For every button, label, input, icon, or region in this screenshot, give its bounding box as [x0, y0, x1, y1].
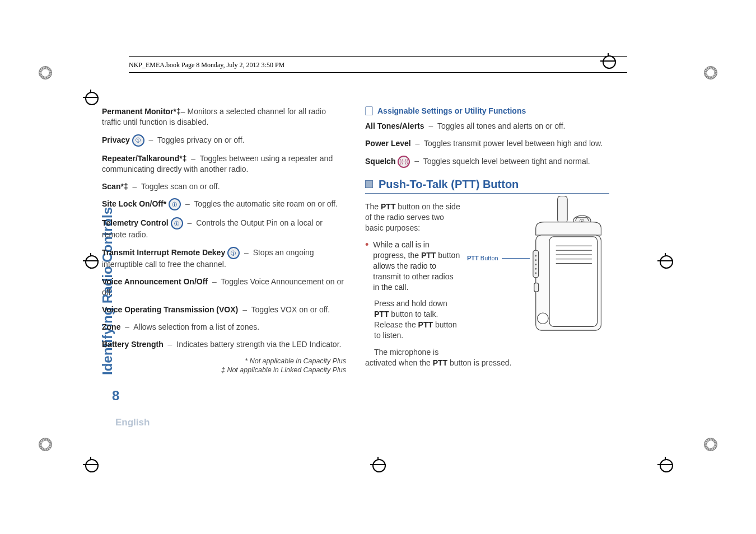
separator: –: [123, 322, 132, 331]
svg-point-15: [535, 272, 536, 274]
print-registration-mark: [39, 438, 52, 451]
feature-label: Transmit Interrupt Remote Dekey: [102, 248, 225, 257]
feature-desc: Toggles the automatic site roam on or of…: [194, 199, 338, 208]
print-crosshair-mark: [83, 90, 99, 105]
separator: –: [185, 218, 194, 227]
setting-desc: Toggles all tones and alerts on or off.: [437, 121, 566, 130]
feature-zone: Zone – Allows selection from a list of z…: [102, 322, 346, 332]
ptt-figure: PTT Button ⦿: [467, 202, 609, 358]
site-lock-icon: 🛈: [169, 198, 181, 210]
separator: –: [412, 156, 421, 165]
feature-battery-strength: Battery Strength – Indicates battery str…: [102, 339, 346, 350]
tx-interrupt-icon: 🛈: [227, 247, 240, 259]
feature-desc: Indicates battery strength via the LED I…: [176, 340, 341, 349]
svg-point-17: [538, 313, 548, 324]
ptt-block: The PTT button on the side of the radio …: [365, 202, 609, 358]
feature-label: Battery Strength: [102, 340, 164, 349]
ptt-heading: Push-To-Talk (PTT) Button: [379, 178, 519, 191]
feature-permanent-monitor: Permanent Monitor*‡– Monitors a selected…: [102, 106, 346, 128]
separator: –: [242, 248, 251, 257]
left-column: Permanent Monitor*‡– Monitors a selected…: [102, 106, 346, 409]
ptt-bullet-1: • While a call is in progress, the PTT b…: [365, 240, 460, 292]
settings-subheading: Assignable Settings or Utility Functions: [365, 106, 609, 115]
page-header-rule: NKP_EMEA.book Page 8 Monday, July 2, 201…: [129, 56, 627, 69]
note-icon: [365, 106, 373, 115]
setting-label: All Tones/Alerts: [365, 121, 424, 130]
svg-point-12: [535, 259, 536, 261]
print-registration-mark: [39, 66, 52, 79]
feature-privacy: Privacy 🛈 – Toggles privacy on or off.: [102, 134, 346, 147]
heading-rule: [365, 193, 609, 194]
feature-vox: Voice Operating Transmission (VOX) – Tog…: [102, 305, 346, 315]
svg-rect-0: [558, 196, 567, 223]
feature-label: Voice Announcement On/Off: [102, 277, 208, 286]
bullet-dot-icon: •: [365, 240, 368, 292]
privacy-icon: 🛈: [132, 134, 144, 147]
setting-label: Power Level: [365, 139, 411, 148]
right-column: Assignable Settings or Utility Functions…: [365, 106, 609, 409]
setting-squelch: Squelch ((·)) – Toggles squelch level be…: [365, 156, 609, 168]
heading-square-icon: [365, 180, 373, 188]
separator: –: [210, 277, 219, 286]
feature-desc: Toggles privacy on or off.: [157, 135, 244, 144]
feature-voice-announcement: Voice Announcement On/Off – Toggles Voic…: [102, 277, 346, 298]
footnote-capacity-plus: * Not applicable in Capacity Plus: [102, 357, 346, 366]
print-crosshair-mark: [370, 457, 386, 472]
squelch-icon: ((·)): [398, 156, 410, 168]
footnotes: * Not applicable in Capacity Plus ‡ Not …: [102, 357, 346, 375]
feature-label: Voice Operating Transmission (VOX): [102, 305, 238, 314]
radio-illustration: ⦿: [511, 196, 609, 338]
feature-label: Site Lock On/Off*: [102, 199, 166, 208]
ptt-intro: The PTT button on the side of the radio …: [365, 202, 460, 233]
separator: –: [183, 199, 192, 208]
feature-desc: Allows selection from a list of zones.: [133, 322, 259, 331]
print-crosshair-mark: [83, 253, 99, 269]
separator: –: [189, 154, 198, 163]
telemetry-icon: 🛈: [171, 217, 183, 229]
ptt-heading-row: Push-To-Talk (PTT) Button: [365, 178, 609, 191]
feature-desc: Toggles scan on or off.: [141, 182, 220, 191]
ptt-hold-instruction: Press and hold down PTT button to talk. …: [365, 298, 460, 341]
svg-point-13: [535, 264, 536, 265]
print-registration-mark: [704, 438, 717, 451]
svg-point-14: [535, 268, 536, 270]
print-crosshair-mark: [657, 457, 673, 472]
print-crosshair-mark: [83, 457, 99, 472]
footnote-linked-capacity-plus: ‡ Not applicable in Linked Capacity Plus: [102, 366, 346, 374]
feature-scan: Scan*‡ – Toggles scan on or off.: [102, 181, 346, 192]
svg-point-11: [535, 255, 536, 256]
separator: –: [147, 135, 156, 144]
language-label: English: [115, 417, 150, 428]
print-registration-mark: [704, 66, 717, 79]
feature-label: Permanent Monitor*‡: [102, 107, 181, 116]
separator: –: [166, 340, 175, 349]
running-header-text: NKP_EMEA.book Page 8 Monday, July 2, 201…: [129, 61, 284, 69]
separator: –: [426, 121, 435, 130]
feature-desc: Toggles VOX on or off.: [251, 305, 330, 314]
feature-label: Zone: [102, 322, 120, 331]
ptt-text-column: The PTT button on the side of the radio …: [365, 202, 460, 358]
print-crosshair-mark: [657, 253, 673, 269]
setting-label: Squelch: [365, 156, 395, 165]
ptt-mic-note-part2: activated when the PTT button is pressed…: [365, 358, 609, 368]
separator: –: [413, 139, 422, 148]
ptt-mic-note-part1: The microphone is: [365, 347, 460, 358]
feature-label: Repeater/Talkaround*‡: [102, 154, 186, 163]
feature-site-lock: Site Lock On/Off* 🛈 – Toggles the automa…: [102, 198, 346, 210]
setting-desc: Toggles transmit power level between hig…: [424, 139, 603, 148]
ptt-button-callout: PTT Button: [467, 255, 498, 261]
svg-rect-16: [534, 283, 539, 292]
feature-label: Telemetry Control: [102, 218, 169, 227]
separator: –: [240, 305, 249, 314]
feature-label: Scan*‡: [102, 182, 128, 191]
separator: –: [130, 182, 139, 191]
setting-power-level: Power Level – Toggles transmit power lev…: [365, 138, 609, 149]
feature-tx-interrupt: Transmit Interrupt Remote Dekey 🛈 – Stop…: [102, 247, 346, 270]
page-content: Permanent Monitor*‡– Monitors a selected…: [102, 106, 617, 409]
feature-telemetry: Telemetry Control 🛈 – Controls the Outpu…: [102, 217, 346, 240]
settings-heading-text: Assignable Settings or Utility Functions: [377, 106, 526, 115]
setting-tones-alerts: All Tones/Alerts – Toggles all tones and…: [365, 121, 609, 132]
feature-label: Privacy: [102, 135, 130, 144]
setting-desc: Toggles squelch level between tight and …: [423, 156, 590, 165]
feature-repeater-talkaround: Repeater/Talkaround*‡ – Toggles between …: [102, 153, 346, 175]
